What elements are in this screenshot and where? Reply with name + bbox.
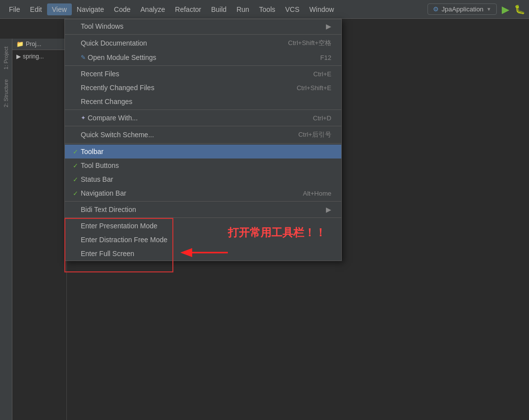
module-shortcut: F12 — [320, 54, 331, 61]
menu-refactor[interactable]: Refactor — [170, 3, 206, 15]
tool-windows-label: Tool Windows — [81, 22, 123, 30]
panel-content: ▶ spring... — [12, 50, 66, 63]
sidebar-project-label[interactable]: 1: Project — [2, 43, 10, 73]
menu-bidi-text-direction[interactable]: Bidi Text Direction ▶ — [65, 203, 341, 216]
panel-item-spring[interactable]: ▶ spring... — [14, 52, 64, 61]
bidi-arrow: ▶ — [326, 206, 331, 213]
menu-view[interactable]: View — [47, 3, 72, 15]
recently-changed-label: Recently Changed Files — [81, 84, 155, 92]
menu-enter-full-screen[interactable]: Enter Full Screen — [65, 247, 341, 261]
menu-quick-switch-scheme[interactable]: Quick Switch Scheme... Ctrl+后引号 — [65, 127, 341, 142]
menu-build[interactable]: Build — [206, 3, 231, 15]
panel-title: Proj... — [26, 41, 41, 48]
tool-buttons-label: Tool Buttons — [81, 161, 119, 169]
compare-star-icon: ✦ — [81, 114, 86, 121]
menu-quick-documentation[interactable]: Quick Documentation Ctrl+Shift+空格 — [65, 36, 341, 51]
panel-item-label: spring... — [23, 53, 44, 60]
menu-analyze[interactable]: Analyze — [136, 3, 170, 15]
left-sidebar: 1: Project 2: Structure — [0, 39, 12, 420]
menu-code[interactable]: Code — [109, 3, 135, 15]
menu-vcs[interactable]: VCS — [280, 3, 305, 15]
menu-bar: File Edit View Navigate Code Analyze Ref… — [0, 0, 529, 19]
dropdown-menu: Tool Windows ▶ Quick Documentation Ctrl+… — [64, 19, 342, 261]
recent-files-label: Recent Files — [81, 70, 119, 78]
run-config-dropdown[interactable]: ⚙ JpaApplication ▼ — [427, 3, 497, 15]
compare-shortcut: Ctrl+D — [313, 114, 331, 122]
menu-recent-changes[interactable]: Recent Changes — [65, 95, 341, 108]
navigation-bar-shortcut: Alt+Home — [303, 190, 331, 197]
module-icon: ✎ — [81, 54, 86, 61]
menu-toolbar[interactable]: ✓ Toolbar — [65, 145, 341, 158]
menu-edit[interactable]: Edit — [25, 3, 47, 15]
status-bar-check: ✓ — [73, 176, 81, 183]
quick-doc-shortcut: Ctrl+Shift+空格 — [288, 39, 331, 48]
menu-tools[interactable]: Tools — [254, 3, 280, 15]
menu-compare-with[interactable]: ✦ Compare With... Ctrl+D — [65, 111, 341, 125]
recent-files-shortcut: Ctrl+E — [314, 70, 331, 78]
menu-status-bar[interactable]: ✓ Status Bar — [65, 172, 341, 186]
status-bar-label: Status Bar — [81, 175, 113, 183]
menu-recent-files[interactable]: Recent Files Ctrl+E — [65, 67, 341, 81]
toolbar-label: Toolbar — [81, 148, 104, 156]
menu-enter-distraction-free-mode[interactable]: Enter Distraction Free Mode — [65, 233, 341, 247]
quick-switch-label: Quick Switch Scheme... — [81, 131, 154, 139]
bidi-label: Bidi Text Direction — [81, 206, 136, 213]
menu-window[interactable]: Window — [305, 3, 339, 15]
menu-tool-buttons[interactable]: ✓ Tool Buttons — [65, 158, 341, 172]
divider-2 — [65, 65, 341, 66]
menu-run[interactable]: Run — [231, 3, 254, 15]
tool-buttons-check: ✓ — [73, 162, 81, 169]
full-screen-label: Enter Full Screen — [81, 250, 134, 258]
project-panel: 📁 Proj... ▶ spring... — [12, 39, 67, 420]
panel-header: 📁 Proj... — [12, 39, 66, 50]
debug-button[interactable]: 🐛 — [514, 4, 525, 15]
panel-icon: 📁 — [16, 41, 24, 48]
run-button[interactable]: ▶ — [502, 3, 509, 15]
module-label: Open Module Settings — [88, 53, 157, 61]
run-config-icon: ⚙ — [433, 5, 439, 13]
divider-1 — [65, 34, 341, 35]
toolbar-check: ✓ — [73, 148, 81, 156]
menu-enter-presentation-mode[interactable]: Enter Presentation Mode — [65, 219, 341, 233]
quick-doc-label: Quick Documentation — [81, 39, 147, 47]
menu-recently-changed-files[interactable]: Recently Changed Files Ctrl+Shift+E — [65, 81, 341, 95]
divider-3 — [65, 109, 341, 110]
compare-label: Compare With... — [88, 114, 138, 122]
run-config-chevron: ▼ — [486, 6, 491, 12]
panel-item-icon: ▶ — [16, 53, 21, 60]
recent-changes-label: Recent Changes — [81, 98, 132, 105]
presentation-label: Enter Presentation Mode — [81, 222, 158, 230]
menu-open-module-settings[interactable]: ✎ Open Module Settings F12 — [65, 51, 341, 64]
menu-navigation-bar[interactable]: ✓ Navigation Bar Alt+Home — [65, 186, 341, 200]
quick-switch-shortcut: Ctrl+后引号 — [298, 130, 331, 139]
sidebar-structure-label[interactable]: 2: Structure — [2, 75, 10, 111]
menu-navigate[interactable]: Navigate — [72, 3, 109, 15]
menu-file[interactable]: File — [4, 3, 25, 15]
navigation-bar-label: Navigation Bar — [81, 189, 126, 197]
distraction-free-label: Enter Distraction Free Mode — [81, 236, 167, 244]
menu-tool-windows[interactable]: Tool Windows ▶ — [65, 19, 341, 33]
navigation-bar-check: ✓ — [73, 190, 81, 197]
divider-7 — [65, 217, 341, 218]
divider-5 — [65, 143, 341, 144]
divider-4 — [65, 126, 341, 126]
divider-6 — [65, 201, 341, 202]
tool-windows-arrow: ▶ — [326, 22, 331, 30]
run-config-label: JpaApplication — [442, 5, 484, 13]
recently-changed-shortcut: Ctrl+Shift+E — [297, 84, 331, 92]
